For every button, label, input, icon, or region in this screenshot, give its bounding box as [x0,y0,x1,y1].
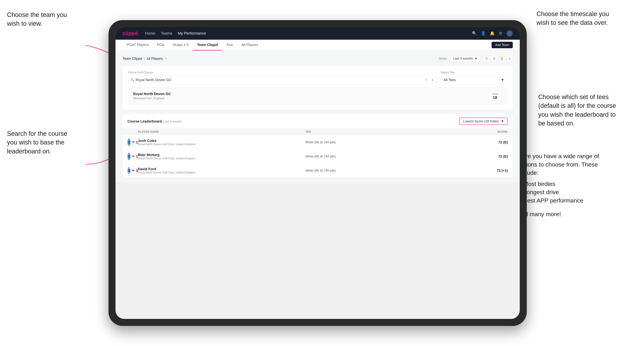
search-star-icon[interactable]: ★ [431,78,434,82]
tee-info-1: White (M) (6,744 yds) [306,141,473,144]
holes-number: 18 [492,95,498,100]
search-label: Find a Golf Course [128,71,436,74]
score-dropdown-value: Lowest Score (18 holes) [463,119,499,123]
main-content: Team Clippd | 14 Players ✎ Show: Last 3 … [116,50,520,182]
annotation-middle-right-text1: Choose which set of tees [538,93,609,100]
annotation-bottom-right-intro: Here you have a wide range of options to… [518,153,599,176]
col-rank [128,130,138,134]
player-name-block-1: Josh Coles Royal North Devon Golf Club, … [138,139,196,146]
tee-info-2: White (M) (6,744 yds) [306,155,473,158]
annotation-middle-right: Choose which set of tees (default is all… [538,93,616,128]
score-dropdown[interactable]: Lowest Score (18 holes) ▼ [459,118,508,125]
search-clear-icon[interactable]: ✕ [425,78,428,82]
nav-my-performance[interactable]: My Performance [178,31,206,36]
nav-pga[interactable]: PGA [153,40,168,50]
edit-icon[interactable]: ✎ [165,57,167,60]
secondary-nav: PGAT Players PGA Hcaps 1-5 Team Clippd T… [116,40,520,50]
player-info-1: Josh Coles Royal North Devon Golf Club, … [138,139,306,146]
player-avatar-2: 👤 [128,153,130,160]
annotation-bottom-left-text1: Search for the course [7,130,67,137]
trophy-view-button[interactable]: 🏆 [499,55,505,62]
annotation-bullet-2: Longest drive [523,188,616,196]
search-icon[interactable]: 🔍 [472,31,477,36]
course-info: Royal North Devon GC Westward Ho!, Engla… [133,92,171,100]
rank-heart-1: 👤 ❤ 1 [128,138,138,146]
annotation-middle-right-text4: be based on. [538,120,575,127]
holes-label: Holes [492,92,498,95]
show-value: Last 3 months [453,57,473,60]
course-name: Royal North Devon GC [133,92,171,96]
course-location: Westward Ho!, England [133,97,171,100]
player-info-3: David Ford Royal North Devon Golf Club, … [138,167,306,174]
course-result: Royal North Devon GC Westward Ho!, Engla… [128,87,507,105]
settings-icon[interactable]: ⚙ [499,31,502,36]
show-label: Show: [439,57,448,60]
nav-team-clippd[interactable]: Team Clippd [193,40,222,50]
tee-dropdown[interactable]: All Tees ▼ [441,76,507,84]
player-name-3: David Ford [138,167,196,171]
team-title: Team Clippd | 14 Players ✎ [122,57,167,61]
leaderboard-title-area: Course Leaderboard, Last 3 months [128,119,182,123]
annotation-bottom-right: Here you have a wide range of options to… [518,152,616,218]
tee-wrapper: Select Tee All Tees ▼ [441,71,507,84]
table-row: 👤 ❤ 3 David Ford Royal North Devon Golf … [122,164,513,177]
navbar-links: Home Teams My Performance [145,31,465,36]
show-dropdown[interactable]: Last 3 months ▼ [450,56,480,62]
navbar: clippd Home Teams My Performance 🔍 👤 🔔 ⚙… [116,27,520,40]
player-rank-1: 1 [136,140,138,144]
rank-heart-2: 👤 ❤ 1 [128,153,138,160]
heart-icon-3[interactable]: ❤ [132,169,134,173]
player-name-2: Blair McHarg [138,153,196,157]
person-icon[interactable]: 👤 [481,31,486,36]
tee-chevron-icon: ▼ [501,78,504,82]
tablet-frame: clippd Home Teams My Performance 🔍 👤 🔔 ⚙… [108,20,527,326]
annotation-top-right-text1: Choose the timescale you [536,10,609,17]
leaderboard-subtitle: Last 3 months [164,120,182,123]
annotation-middle-right-text2: (default is all) for the course [538,102,616,109]
search-wrapper: Find a Golf Course 🔍 ✕ ★ [128,71,436,84]
tee-label: Select Tee [441,71,507,74]
team-header-row: Team Clippd | 14 Players ✎ Show: Last 3 … [122,55,513,62]
table-row: 👤 ❤ 1 Blair McHarg Royal North Devon Gol… [122,149,513,164]
annotation-top-right: Choose the timescale you wish to see the… [536,9,609,27]
heart-icon-2[interactable]: ❤ [132,155,134,158]
player-rank-3: 3 [136,169,138,173]
score-3: 73 (+1) [473,169,508,173]
annotation-bottom-right-outro: and many more! [518,210,616,218]
player-name-block-2: Blair McHarg Royal North Devon Golf Club… [138,153,196,160]
download-button[interactable]: ⇓ [506,55,513,62]
avatar[interactable]: 👤 [506,30,513,36]
nav-teams[interactable]: Teams [161,31,172,36]
bell-icon[interactable]: 🔔 [490,31,494,36]
player-rank-2: 1 [136,155,138,159]
filter-card: Find a Golf Course 🔍 ✕ ★ Select Tee All … [122,66,513,110]
player-info-2: Blair McHarg Royal North Devon Golf Club… [138,153,306,160]
navbar-icons: 🔍 👤 🔔 ⚙ 👤 [472,30,513,36]
col-tee: TEE [306,130,473,134]
annotation-bottom-left-text3: leaderboard on. [7,148,51,155]
nav-hcaps[interactable]: Hcaps 1-5 [168,40,193,50]
heart-icon-1[interactable]: ❤ [132,140,134,144]
holes-box: Holes 18 [488,91,502,101]
leaderboard-table-header: PLAYER NAME TEE SCORE [122,129,513,135]
list-view-button[interactable]: ☰ [491,55,497,62]
score-2: 72 (E) [473,155,508,159]
nav-home[interactable]: Home [145,31,155,36]
grid-view-button[interactable]: ☷ [483,55,490,62]
leaderboard-title: Course Leaderboard, [128,119,162,123]
team-name: Team Clippd [122,57,142,61]
search-input[interactable] [128,76,436,84]
nav-all-players[interactable]: All Players [237,40,262,50]
tablet-screen: clippd Home Teams My Performance 🔍 👤 🔔 ⚙… [116,27,520,319]
nav-tour[interactable]: Tour [222,40,237,50]
player-avatar-3: 👤 [128,167,130,174]
annotation-bullet-1: Most birdies [523,180,616,188]
nav-pgat-players[interactable]: PGAT Players [122,40,153,50]
search-display: 🔍 ✕ ★ [128,76,436,84]
tee-info-3: White (M) (6,744 yds) [306,169,473,173]
add-team-button[interactable]: Add Team [492,42,513,48]
view-icons: ☷ ☰ 🏆 ⇓ [483,55,513,62]
annotation-top-left-text2: wish to view. [7,20,42,27]
table-row: 👤 ❤ 1 Josh Coles Royal North Devon Golf … [122,135,513,149]
secondary-nav-left: PGAT Players PGA Hcaps 1-5 Team Clippd T… [122,40,262,50]
